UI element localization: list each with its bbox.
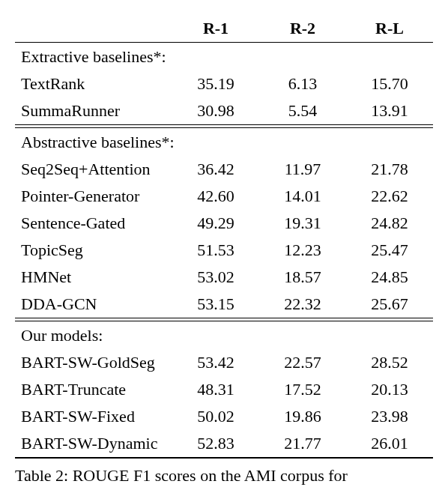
table-row: BART-SW-Fixed50.0219.8623.98 [15,403,433,430]
row-r1: 53.15 [172,291,259,318]
row-name: BART-SW-Dynamic [15,430,172,458]
results-table: R-1 R-2 R-L Extractive baselines*:TextRa… [15,15,433,459]
table-row: TextRank35.196.1315.70 [15,70,433,97]
row-r2: 19.86 [259,403,346,430]
row-name: SummaRunner [15,97,172,125]
row-rl: 25.67 [346,291,433,318]
row-rl: 26.01 [346,430,433,458]
row-r2: 17.52 [259,376,346,403]
row-name: Sentence-Gated [15,210,172,237]
row-r2: 12.23 [259,237,346,264]
table-row: SummaRunner30.985.5413.91 [15,97,433,125]
row-r2: 11.97 [259,156,346,183]
row-r1: 48.31 [172,376,259,403]
row-name: TextRank [15,70,172,97]
table-row: Seq2Seq+Attention36.4211.9721.78 [15,156,433,183]
table-caption: Table 2: ROUGE F1 scores on the AMI corp… [15,466,433,486]
row-rl: 28.52 [346,349,433,376]
row-r1: 36.42 [172,156,259,183]
row-rl: 20.13 [346,376,433,403]
row-rl: 21.78 [346,156,433,183]
table-row: HMNet53.0218.5724.85 [15,264,433,291]
row-name: BART-SW-Fixed [15,403,172,430]
row-r2: 22.57 [259,349,346,376]
row-r2: 18.57 [259,264,346,291]
table-row: BART-Truncate48.3117.5220.13 [15,376,433,403]
row-name: HMNet [15,264,172,291]
header-rl: R-L [346,15,433,43]
row-name: BART-Truncate [15,376,172,403]
row-name: TopicSeg [15,237,172,264]
table-row: BART-SW-GoldSeg53.4222.5728.52 [15,349,433,376]
row-r1: 51.53 [172,237,259,264]
table-row: BART-SW-Dynamic52.8321.7726.01 [15,430,433,458]
row-rl: 15.70 [346,70,433,97]
section-title: Abstractive baselines*: [15,128,433,157]
row-rl: 13.91 [346,97,433,125]
row-rl: 24.82 [346,210,433,237]
row-r2: 21.77 [259,430,346,458]
table-row: DDA-GCN53.1522.3225.67 [15,291,433,318]
section-title: Extractive baselines*: [15,43,433,71]
row-r2: 6.13 [259,70,346,97]
row-name: Seq2Seq+Attention [15,156,172,183]
row-r1: 53.42 [172,349,259,376]
row-rl: 23.98 [346,403,433,430]
row-r2: 19.31 [259,210,346,237]
table-row: TopicSeg51.5312.2325.47 [15,237,433,264]
header-r2: R-2 [259,15,346,43]
header-r1: R-1 [172,15,259,43]
table-row: Sentence-Gated49.2919.3124.82 [15,210,433,237]
row-r2: 22.32 [259,291,346,318]
row-r1: 53.02 [172,264,259,291]
row-name: DDA-GCN [15,291,172,318]
row-r1: 42.60 [172,183,259,210]
table-row: Pointer-Generator42.6014.0122.62 [15,183,433,210]
row-name: Pointer-Generator [15,183,172,210]
header-blank [15,15,172,43]
row-rl: 24.85 [346,264,433,291]
row-r1: 50.02 [172,403,259,430]
row-name: BART-SW-GoldSeg [15,349,172,376]
row-rl: 25.47 [346,237,433,264]
row-r2: 5.54 [259,97,346,125]
row-r1: 49.29 [172,210,259,237]
row-r1: 52.83 [172,430,259,458]
section-title: Our models: [15,321,433,350]
row-r1: 35.19 [172,70,259,97]
row-r1: 30.98 [172,97,259,125]
row-r2: 14.01 [259,183,346,210]
row-rl: 22.62 [346,183,433,210]
